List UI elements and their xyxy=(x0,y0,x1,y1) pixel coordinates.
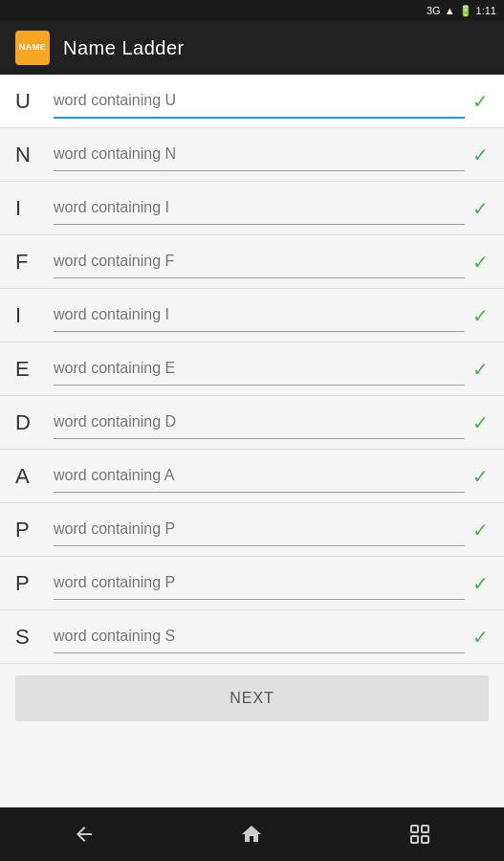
main-content: U✓N✓I✓F✓I✓E✓D✓A✓P✓P✓S✓ NEXT xyxy=(0,75,504,807)
word-input[interactable] xyxy=(54,138,465,170)
input-underline xyxy=(54,117,465,119)
word-input-container xyxy=(54,513,465,546)
check-icon: ✓ xyxy=(472,411,489,434)
input-underline xyxy=(54,170,465,171)
word-input-container xyxy=(54,298,465,332)
list-item: I✓ xyxy=(0,289,504,342)
check-icon: ✓ xyxy=(472,465,489,488)
list-item: E✓ xyxy=(0,342,504,396)
input-underline xyxy=(54,224,465,225)
check-icon: ✓ xyxy=(472,304,489,327)
word-input[interactable] xyxy=(54,245,465,277)
word-input[interactable] xyxy=(54,352,465,385)
word-input[interactable] xyxy=(54,459,465,492)
next-button-container: NEXT xyxy=(0,664,504,733)
input-underline xyxy=(54,277,465,278)
input-underline xyxy=(54,492,465,493)
toolbar: NAME Name Ladder xyxy=(0,21,504,75)
check-icon: ✓ xyxy=(472,358,489,381)
word-input[interactable] xyxy=(54,513,465,545)
letter-label: I xyxy=(15,303,46,328)
app-icon-label: NAME xyxy=(19,43,47,53)
check-icon: ✓ xyxy=(472,572,489,595)
word-input-container xyxy=(54,138,465,171)
word-input[interactable] xyxy=(54,298,465,331)
letter-label: S xyxy=(15,625,46,650)
home-button[interactable] xyxy=(223,815,280,853)
word-list: U✓N✓I✓F✓I✓E✓D✓A✓P✓P✓S✓ xyxy=(0,75,504,664)
letter-label: N xyxy=(15,143,46,167)
list-item: D✓ xyxy=(0,396,504,450)
input-underline xyxy=(54,599,465,600)
check-icon: ✓ xyxy=(472,519,489,541)
check-icon: ✓ xyxy=(472,626,489,649)
nav-bar xyxy=(0,807,504,861)
letter-label: P xyxy=(15,518,46,542)
word-input[interactable] xyxy=(54,406,465,438)
time-display: 1:11 xyxy=(476,5,496,16)
word-input-container xyxy=(54,352,465,386)
list-item: P✓ xyxy=(0,503,504,557)
signal-icon: ▲ xyxy=(445,5,455,16)
list-item: F✓ xyxy=(0,235,504,289)
check-icon: ✓ xyxy=(472,144,489,166)
app-icon: NAME xyxy=(15,31,50,65)
list-item: N✓ xyxy=(0,128,504,182)
svg-rect-1 xyxy=(422,826,428,832)
list-item: S✓ xyxy=(0,610,504,664)
word-input-container xyxy=(54,406,465,439)
app-title: Name Ladder xyxy=(63,37,185,59)
check-icon: ✓ xyxy=(472,197,489,220)
check-icon: ✓ xyxy=(472,90,489,113)
svg-rect-0 xyxy=(411,826,418,832)
word-input-container xyxy=(54,566,465,600)
network-indicator: 3G xyxy=(427,5,441,16)
letter-label: A xyxy=(15,464,46,489)
svg-rect-3 xyxy=(422,836,428,843)
list-item: A✓ xyxy=(0,450,504,503)
input-underline xyxy=(54,331,465,332)
next-button[interactable]: NEXT xyxy=(15,675,489,721)
input-underline xyxy=(54,385,465,386)
svg-rect-2 xyxy=(411,836,418,843)
input-underline xyxy=(54,438,465,439)
word-input[interactable] xyxy=(54,620,465,652)
check-icon: ✓ xyxy=(472,251,489,274)
letter-label: P xyxy=(15,571,46,596)
letter-label: E xyxy=(15,357,46,382)
word-input[interactable] xyxy=(54,566,465,599)
battery-icon: 🔋 xyxy=(459,5,472,17)
word-input[interactable] xyxy=(54,84,465,117)
status-icons: 3G ▲ 🔋 1:11 xyxy=(427,5,496,17)
word-input-container xyxy=(54,245,465,278)
input-underline xyxy=(54,652,465,653)
word-input-container xyxy=(54,84,465,119)
list-item: P✓ xyxy=(0,557,504,610)
back-button[interactable] xyxy=(55,815,113,853)
letter-label: U xyxy=(15,89,46,114)
recent-apps-button[interactable] xyxy=(391,815,449,853)
word-input-container xyxy=(54,191,465,225)
input-underline xyxy=(54,545,465,546)
status-bar: 3G ▲ 🔋 1:11 xyxy=(0,0,504,21)
list-item: U✓ xyxy=(0,75,504,128)
letter-label: I xyxy=(15,196,46,221)
word-input[interactable] xyxy=(54,191,465,224)
letter-label: D xyxy=(15,410,46,435)
word-input-container xyxy=(54,620,465,653)
word-input-container xyxy=(54,459,465,493)
list-item: I✓ xyxy=(0,182,504,235)
letter-label: F xyxy=(15,250,46,275)
